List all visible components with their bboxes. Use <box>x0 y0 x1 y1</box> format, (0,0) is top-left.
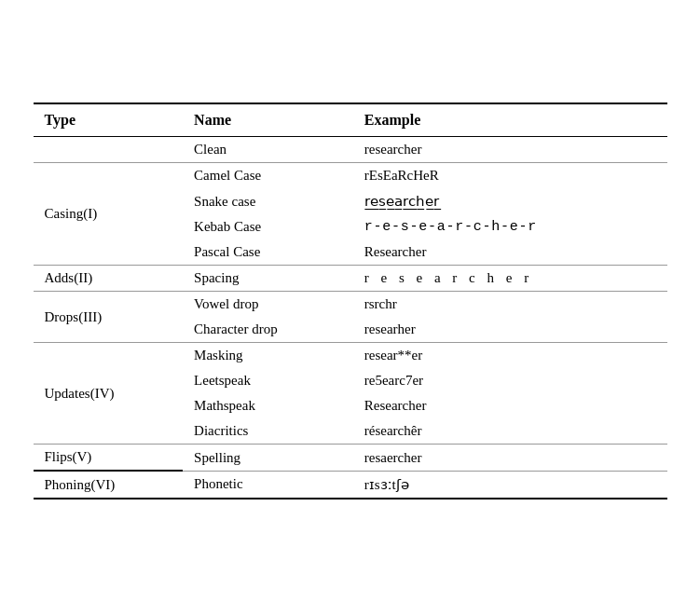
type-cell: Casing(I) <box>34 163 184 266</box>
example-cell: rɪsɜːtʃə <box>353 471 667 499</box>
name-cell: Vowel drop <box>183 292 353 318</box>
name-cell: Spelling <box>183 445 353 472</box>
name-cell: Phonetic <box>183 471 353 499</box>
example-cell: resear**er <box>353 343 667 369</box>
example-cell: rEsEaRcHeR <box>353 163 667 189</box>
name-cell: Snake case <box>183 188 353 214</box>
example-cell: r e s e a r c h e r <box>353 266 667 292</box>
name-cell: Leetspeak <box>183 368 353 393</box>
table-row: Casing(I)Camel CaserEsEaRcHeR <box>34 163 667 189</box>
type-cell: Updates(IV) <box>34 343 184 445</box>
table-row: Drops(III)Vowel droprsrchr <box>34 292 667 318</box>
header-type: Type <box>34 103 184 137</box>
example-cell: re5earc7er <box>353 368 667 393</box>
table-row: Adds(II)Spacingr e s e a r c h e r <box>34 266 667 292</box>
type-cell: Phoning(VI) <box>34 471 184 499</box>
name-cell: Character drop <box>183 317 353 343</box>
example-cell: rsrchr <box>353 292 667 318</box>
name-cell: Mathspeak <box>183 393 353 418</box>
type-cell <box>34 137 184 163</box>
example-cell: Researcher <box>353 393 667 418</box>
type-cell: Drops(III) <box>34 292 184 343</box>
type-cell: Flips(V) <box>34 445 184 472</box>
example-cell: Researcher <box>353 239 667 266</box>
example-cell: resaercher <box>353 445 667 472</box>
name-cell: Kebab Case <box>183 214 353 239</box>
header-name: Name <box>183 103 353 137</box>
header-example: Example <box>353 103 667 137</box>
table-row: Phoning(VI)Phoneticrɪsɜːtʃə <box>34 471 667 499</box>
table-row: Flips(V)Spellingresaercher <box>34 445 667 472</box>
data-table: Type Name Example CleanresearcherCasing(… <box>34 103 667 499</box>
example-cell: résearchêr <box>353 418 667 445</box>
name-cell: Clean <box>183 137 353 163</box>
header-row: Type Name Example <box>34 103 667 137</box>
table-container: Type Name Example CleanresearcherCasing(… <box>34 103 667 499</box>
table-row: Updates(IV)Maskingresear**er <box>34 343 667 369</box>
example-cell: researcher <box>353 137 667 163</box>
example-cell: researher <box>353 317 667 343</box>
name-cell: Diacritics <box>183 418 353 445</box>
name-cell: Masking <box>183 343 353 369</box>
type-cell: Adds(II) <box>34 266 184 292</box>
example-cell: r-e-s-e-a-r-c-h-e-r <box>353 214 667 239</box>
name-cell: Pascal Case <box>183 239 353 266</box>
name-cell: Spacing <box>183 266 353 292</box>
table-row: Cleanresearcher <box>34 137 667 163</box>
example-cell: r̲e̲s̲e̲a̲r̲c̲h̲e̲r̲ <box>353 188 667 214</box>
name-cell: Camel Case <box>183 163 353 189</box>
